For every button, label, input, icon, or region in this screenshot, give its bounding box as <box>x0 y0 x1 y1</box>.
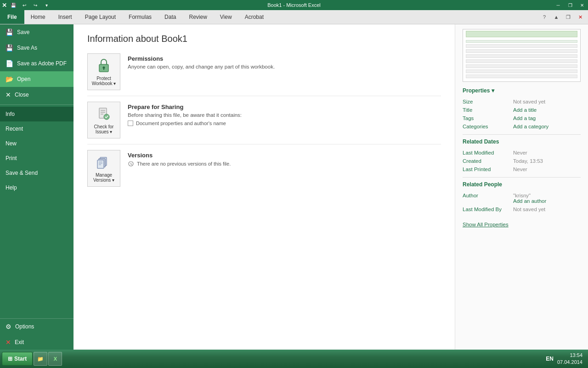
sidebar-label-save: Save <box>17 29 29 35</box>
redo-quick-btn[interactable]: ↪ <box>31 0 40 10</box>
sidebar-label-close: Close <box>15 92 29 98</box>
pdf-icon: 📄 <box>6 60 13 67</box>
versions-section: Manage Versions ▾ Versions There are no … <box>87 150 441 192</box>
sep-2 <box>463 177 581 178</box>
checkbox-icon <box>128 121 133 126</box>
tab-insert[interactable]: Insert <box>52 10 79 24</box>
categories-value[interactable]: Add a category <box>513 122 581 131</box>
last-printed-value: Never <box>513 165 581 173</box>
open-icon: 📂 <box>6 75 13 83</box>
check-issues-button[interactable]: Check for Issues ▾ <box>87 102 120 138</box>
add-author-link[interactable]: Add an author <box>513 198 581 204</box>
tab-review[interactable]: Review <box>182 10 213 24</box>
related-people-title: Related People <box>463 181 581 188</box>
tab-page-layout[interactable]: Page Layout <box>79 10 122 24</box>
sidebar-item-info[interactable]: Info <box>0 107 74 121</box>
title-label: Title <box>463 106 513 114</box>
start-button[interactable]: ⊞ Start <box>2 352 33 366</box>
people-table: Author "krisny" Add an author Last Modif… <box>463 191 581 213</box>
tab-data[interactable]: Data <box>158 10 182 24</box>
last-modified-row: Last Modified Never <box>463 149 581 157</box>
properties-chevron[interactable]: ▾ <box>492 87 494 94</box>
sidebar-item-close[interactable]: ✕ Close <box>0 87 74 103</box>
sidebar-label-info: Info <box>6 111 15 117</box>
created-value: Today, 13:53 <box>513 157 581 165</box>
title-value[interactable]: Add a title <box>513 106 581 114</box>
author-label: Author <box>463 191 513 205</box>
clock: 13:54 07.04.2014 <box>557 352 582 366</box>
svg-point-1 <box>103 67 105 69</box>
taskbar-excel[interactable]: X <box>48 352 62 366</box>
sidebar-item-save-pdf[interactable]: 📄 Save as Adobe PDF <box>0 56 74 71</box>
sharing-text: Prepare for Sharing Before sharing this … <box>128 102 441 126</box>
clock-time: 13:54 <box>557 352 582 359</box>
exit-icon: ✕ <box>6 339 11 346</box>
workbook-preview <box>463 29 581 82</box>
permissions-heading: Permissions <box>128 55 441 62</box>
tags-label: Tags <box>463 114 513 122</box>
explorer-icon: 📁 <box>37 356 44 362</box>
sidebar-label-print: Print <box>6 155 17 161</box>
categories-row: Categories Add a category <box>463 122 581 131</box>
properties-title: Properties ▾ <box>463 87 581 94</box>
tab-view[interactable]: View <box>214 10 238 24</box>
show-all-properties-link[interactable]: Show All Properties <box>463 222 509 227</box>
title-bar: ✕ 💾 ↩ ↪ ▾ Book1 - Microsoft Excel ─ ❐ ✕ <box>0 0 588 10</box>
related-dates-title: Related Dates <box>463 138 581 145</box>
sidebar-label-open: Open <box>17 76 30 82</box>
size-value: Not saved yet <box>513 98 581 106</box>
author-row: Author "krisny" Add an author <box>463 191 581 205</box>
sidebar-item-options[interactable]: ⚙ Options <box>0 319 74 334</box>
sidebar-item-save[interactable]: 💾 Save <box>0 24 74 40</box>
minimize-ribbon-icon[interactable]: ▲ <box>551 12 561 22</box>
undo-quick-btn[interactable]: ↩ <box>20 0 29 10</box>
author-col: "krisny" Add an author <box>513 191 581 205</box>
protect-workbook-button[interactable]: Protect Workbook ▾ <box>87 53 120 90</box>
properties-label: Properties <box>463 87 490 94</box>
main-layout: 💾 Save 💾 Save As 📄 Save as Adobe PDF 📂 O… <box>0 24 588 350</box>
save-quick-btn[interactable]: 💾 <box>9 0 18 10</box>
windows-icon: ⊞ <box>8 356 12 362</box>
sidebar-item-save-as[interactable]: 💾 Save As <box>0 40 74 56</box>
protect-workbook-label: Protect Workbook ▾ <box>92 76 116 86</box>
close-btn[interactable]: ✕ <box>576 0 588 10</box>
last-modified-by-label: Last Modified By <box>463 205 513 213</box>
dates-table: Last Modified Never Created Today, 13:53… <box>463 149 581 173</box>
tab-file[interactable]: File <box>0 10 24 24</box>
sidebar-item-help[interactable]: Help <box>0 180 74 195</box>
sidebar-item-recent[interactable]: Recent <box>0 121 74 136</box>
close-window-icon[interactable]: ✕ <box>575 12 585 22</box>
sidebar: 💾 Save 💾 Save As 📄 Save as Adobe PDF 📂 O… <box>0 24 74 350</box>
manage-versions-label: Manage Versions ▾ <box>93 172 114 183</box>
related-people-label: Related People <box>463 181 502 188</box>
sidebar-item-new[interactable]: New <box>0 136 74 151</box>
customize-quick-btn[interactable]: ▾ <box>42 0 51 10</box>
manage-versions-icon <box>96 154 112 171</box>
sidebar-item-save-send[interactable]: Save & Send <box>0 166 74 180</box>
protect-icon <box>96 58 112 74</box>
ribbon-tab-bar: File Home Insert Page Layout Formulas Da… <box>0 10 588 24</box>
sidebar-item-exit[interactable]: ✕ Exit <box>0 334 74 350</box>
versions-text: Versions There are no previous versions … <box>128 150 441 167</box>
restore-window-icon[interactable]: ❐ <box>563 12 573 22</box>
tags-value[interactable]: Add a tag <box>513 114 581 122</box>
tab-acrobat[interactable]: Acrobat <box>238 10 270 24</box>
restore-btn[interactable]: ❐ <box>564 0 576 10</box>
sidebar-item-open[interactable]: 📂 Open <box>0 71 74 87</box>
no-versions-icon <box>128 161 134 167</box>
tab-home[interactable]: Home <box>24 10 52 24</box>
taskbar-explorer[interactable]: 📁 <box>34 352 47 366</box>
manage-versions-button[interactable]: Manage Versions ▾ <box>87 150 120 187</box>
tab-formulas[interactable]: Formulas <box>122 10 158 24</box>
check-issues-label: Check for Issues ▾ <box>94 124 114 134</box>
minimize-btn[interactable]: ─ <box>552 0 564 10</box>
close-file-icon: ✕ <box>6 91 11 98</box>
sidebar-item-print[interactable]: Print <box>0 151 74 166</box>
ribbon: File Home Insert Page Layout Formulas Da… <box>0 10 588 24</box>
last-modified-by-row: Last Modified By Not saved yet <box>463 205 581 213</box>
sharing-section: Check for Issues ▾ Prepare for Sharing B… <box>87 102 441 144</box>
help-icon[interactable]: ? <box>539 12 549 22</box>
created-label: Created <box>463 157 513 165</box>
last-modified-by-value: Not saved yet <box>513 205 581 213</box>
title-row: Title Add a title <box>463 106 581 114</box>
